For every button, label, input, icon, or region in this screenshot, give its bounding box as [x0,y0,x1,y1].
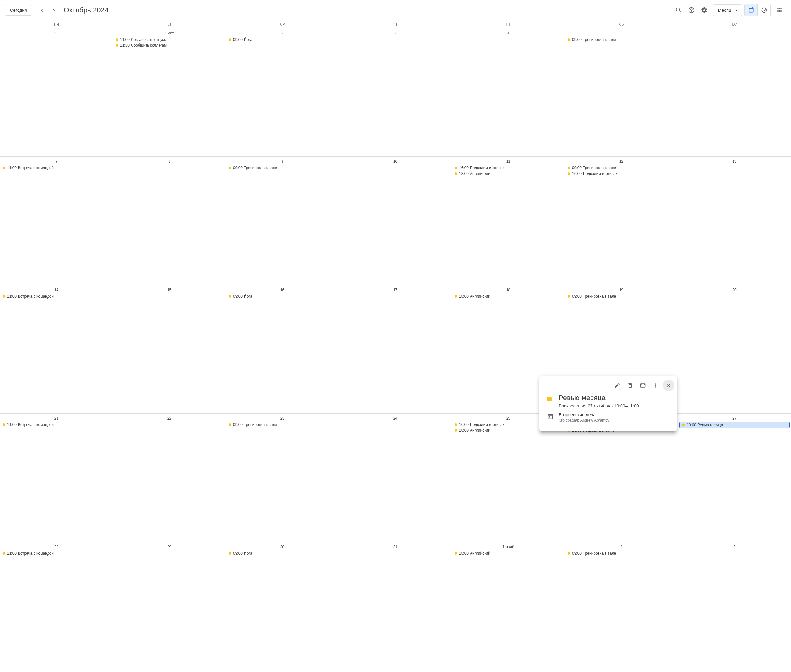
day-cell[interactable]: 209:00Тренировка в зале [565,542,678,670]
date-number[interactable]: 17 [339,286,452,292]
day-cell[interactable]: 6 [678,29,791,157]
calendar-view-toggle[interactable] [745,5,757,16]
day-cell[interactable]: 1 нояб18:00Английский [452,542,565,670]
search-button[interactable] [672,4,685,17]
day-cell[interactable]: 3009:00Йога [226,542,339,670]
day-cell[interactable]: 8 [113,157,226,285]
calendar-event[interactable]: 11:00Встреча с командой [0,422,113,427]
calendar-event[interactable]: 11:00Встреча с командой [0,550,113,556]
day-cell[interactable]: 15 [113,285,226,414]
date-number[interactable]: 22 [113,415,226,421]
day-cell[interactable]: 24 [339,414,452,542]
calendar-event[interactable]: 09:00Тренировка в зале [226,165,339,171]
next-month-button[interactable] [48,5,59,15]
date-number[interactable]: 6 [678,30,791,35]
date-number[interactable]: 4 [452,30,565,35]
calendar-event[interactable]: 11:30Сообщить коллегам [113,42,226,48]
date-number[interactable]: 3 [339,30,452,35]
day-cell[interactable]: 1209:00Тренировка в зале16:00Подводим ит… [565,157,678,285]
calendar-event[interactable]: 16:00Подводим итоги с к [452,165,565,171]
delete-event-button[interactable] [624,380,636,391]
date-number[interactable]: 1 окт [113,30,226,35]
close-popup-button[interactable] [663,380,674,391]
tasks-view-toggle[interactable] [757,5,770,16]
date-number[interactable]: 14 [0,286,113,292]
help-button[interactable] [685,4,698,17]
calendar-event[interactable]: 18:00Английский [452,171,565,176]
date-number[interactable]: 19 [565,286,678,292]
calendar-event[interactable]: 11:00Встреча с командой [0,294,113,299]
email-event-button[interactable] [637,380,648,391]
calendar-event[interactable]: 09:00Тренировка в зале [565,37,678,42]
date-number[interactable]: 27 [678,415,791,421]
date-number[interactable]: 8 [113,158,226,164]
calendar-event[interactable]: 09:00Тренировка в зале [565,165,678,171]
date-number[interactable]: 3 [678,543,791,549]
calendar-event[interactable]: 10:00Ревью месяца [679,422,790,428]
day-cell[interactable]: 1609:00Йога [226,285,339,414]
calendar-event[interactable]: 16:00Подводим итоги с к [565,171,678,176]
day-cell[interactable]: 3 [678,542,791,670]
day-cell[interactable]: 2609:00Тренировка в зале16:00Подводим ит… [565,414,678,542]
date-number[interactable]: 5 [565,30,678,35]
calendar-event[interactable]: 09:00Йога [226,550,339,556]
date-number[interactable]: 20 [678,286,791,292]
day-cell[interactable]: 3 [339,29,452,157]
day-cell[interactable]: 1116:00Подводим итоги с к18:00Английский [452,157,565,285]
calendar-event[interactable]: 09:00Тренировка в зале [565,550,678,556]
date-number[interactable]: 31 [339,543,452,549]
date-number[interactable]: 24 [339,415,452,421]
calendar-event[interactable]: 11:00Согласовать отпуск [113,37,226,42]
day-cell[interactable]: 4 [452,29,565,157]
date-number[interactable]: 28 [0,543,113,549]
day-cell[interactable]: 31 [339,542,452,670]
day-cell[interactable]: 1411:00Встреча с командой [0,285,113,414]
day-cell[interactable]: 2710:00Ревью месяца [678,414,791,542]
day-cell[interactable]: 20 [678,285,791,414]
day-cell[interactable]: 13 [678,157,791,285]
calendar-event[interactable]: 09:00Йога [226,37,339,42]
date-number[interactable]: 18 [452,286,565,292]
calendar-event[interactable]: 09:00Тренировка в зале [565,294,678,299]
date-number[interactable]: 13 [678,158,791,164]
date-number[interactable]: 10 [339,158,452,164]
day-cell[interactable]: 30 [0,29,113,157]
date-number[interactable]: 11 [452,158,565,164]
apps-button[interactable] [773,4,786,17]
date-number[interactable]: 12 [565,158,678,164]
day-cell[interactable]: 29 [113,542,226,670]
date-number[interactable]: 23 [226,415,339,421]
day-cell[interactable]: 909:00Тренировка в зале [226,157,339,285]
date-number[interactable]: 30 [226,543,339,549]
day-cell[interactable]: 2516:00Подводим итоги с к18:00Английский [452,414,565,542]
date-number[interactable]: 2 [226,30,339,35]
day-cell[interactable]: 2111:00Встреча с командой [0,414,113,542]
date-number[interactable]: 29 [113,543,226,549]
calendar-event[interactable]: 18:00Английский [452,550,565,556]
calendar-event[interactable]: 11:00Встреча с командой [0,165,113,171]
today-button[interactable]: Сегодня [5,5,32,16]
day-cell[interactable]: 22 [113,414,226,542]
view-selector[interactable]: Месяц [713,5,742,16]
date-number[interactable]: 1 нояб [452,543,565,549]
day-cell[interactable]: 711:00Встреча с командой [0,157,113,285]
date-number[interactable]: 2 [565,543,678,549]
date-number[interactable]: 21 [0,415,113,421]
more-options-button[interactable] [650,380,661,391]
day-cell[interactable]: 1 окт11:00Согласовать отпуск11:30Сообщит… [113,29,226,157]
date-number[interactable]: 16 [226,286,339,292]
calendar-event[interactable]: 18:00Английский [452,294,565,299]
edit-event-button[interactable] [612,380,623,391]
prev-month-button[interactable] [37,5,47,15]
day-cell[interactable]: 10 [339,157,452,285]
day-cell[interactable]: 17 [339,285,452,414]
calendar-event[interactable]: 09:00Йога [226,294,339,299]
date-number[interactable]: 9 [226,158,339,164]
day-cell[interactable]: 509:00Тренировка в зале [565,29,678,157]
day-cell[interactable]: 2309:00Тренировка в зале [226,414,339,542]
calendar-event[interactable]: 09:00Тренировка в зале [226,422,339,427]
date-number[interactable]: 15 [113,286,226,292]
day-cell[interactable]: 2811:00Встреча с командой [0,542,113,670]
day-cell[interactable]: 209:00Йога [226,29,339,157]
date-number[interactable]: 30 [0,30,113,35]
